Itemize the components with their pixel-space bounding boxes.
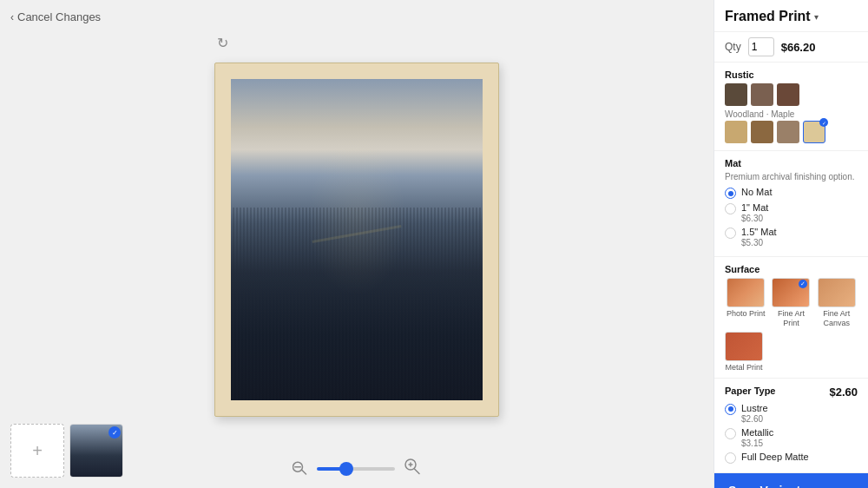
city-image <box>231 79 483 400</box>
radio-full-deep-matte <box>725 452 736 464</box>
image-frame-wrapper <box>214 35 499 444</box>
mat-1in-price: $6.30 <box>741 214 768 223</box>
cancel-label: Cancel Changes <box>17 10 101 23</box>
zoom-out-icon[interactable] <box>293 459 308 478</box>
mat-1in-label: 1" Mat <box>741 202 768 214</box>
surface-section: Surface Photo Print Fine Art Print Fine … <box>714 257 868 378</box>
fine-art-print-thumb <box>772 278 810 307</box>
surface-fine-art-canvas[interactable]: Fine Art Canvas <box>816 278 858 328</box>
surface-grid: Photo Print Fine Art Print Fine Art Canv… <box>725 278 858 328</box>
mat-option-1-5in[interactable]: 1.5" Mat $5.30 <box>725 227 858 247</box>
paper-lustre[interactable]: Lustre $2.60 <box>725 403 858 424</box>
surface-photo-print[interactable]: Photo Print <box>725 278 766 328</box>
save-variant-button[interactable]: Save Variant › <box>714 473 868 488</box>
surface-row-2: Metal Print <box>725 332 858 373</box>
qty-input[interactable] <box>748 37 774 56</box>
metal-print-thumb <box>725 332 763 361</box>
frame-outer <box>214 63 499 417</box>
zoom-in-icon[interactable] <box>404 458 421 479</box>
woodland-label: Woodland · Maple <box>725 109 858 119</box>
save-button-label: Save Variant <box>728 484 800 488</box>
photo-print-label: Photo Print <box>727 309 766 319</box>
selected-badge <box>108 426 121 439</box>
full-deep-matte-label: Full Deep Matte <box>741 452 809 463</box>
svg-line-2 <box>302 470 306 474</box>
rotate-icon[interactable]: ↻ <box>217 35 228 51</box>
mat-1-5in-price: $5.30 <box>741 238 777 247</box>
paper-type-title: Paper Type <box>725 386 776 396</box>
rustic-label: Rustic <box>725 69 858 80</box>
swatch-woodland-3[interactable] <box>777 121 799 143</box>
mat-title: Mat <box>725 158 858 168</box>
frame-section: Rustic Woodland · Maple <box>714 63 868 151</box>
save-chevron-icon: › <box>850 484 854 488</box>
no-mat-label: No Mat <box>741 187 772 198</box>
fine-art-print-label: Fine Art Print <box>770 309 812 328</box>
swatch-rustic-1[interactable] <box>725 83 747 106</box>
swatch-rustic-3[interactable] <box>777 83 799 106</box>
dropdown-icon[interactable]: ▾ <box>814 12 819 22</box>
radio-lustre <box>725 404 736 415</box>
qty-label: Qty <box>725 41 741 53</box>
price-display: $66.20 <box>781 41 816 54</box>
swatch-rustic-2[interactable] <box>751 83 773 106</box>
mat-section: Mat Premium archival finishing option. N… <box>714 151 868 257</box>
metallic-label: Metallic <box>741 427 773 439</box>
thumbnail-strip: + <box>10 424 123 478</box>
plus-icon: + <box>32 441 43 461</box>
selected-check <box>819 118 828 127</box>
metal-print-label: Metal Print <box>725 363 762 373</box>
lustre-label: Lustre <box>741 403 768 414</box>
highway-overlay <box>281 208 432 336</box>
cancel-button[interactable]: ‹ Cancel Changes <box>10 10 101 23</box>
mat-1-5in-label: 1.5" Mat <box>741 227 777 238</box>
title-bar: Framed Print ▾ <box>714 0 868 32</box>
svg-rect-0 <box>294 466 301 468</box>
paper-full-deep-matte[interactable]: Full Deep Matte <box>725 452 858 464</box>
mat-option-none[interactable]: No Mat <box>725 187 858 199</box>
metallic-price: $3.15 <box>741 439 773 448</box>
chevron-left-icon: ‹ <box>10 11 14 23</box>
add-image-button[interactable]: + <box>10 424 64 478</box>
swatch-woodland-maple[interactable] <box>803 121 825 143</box>
woodland-swatches <box>725 121 858 143</box>
qty-price-row: Qty $66.20 <box>714 32 868 63</box>
rustic-swatches <box>725 83 858 106</box>
fine-art-canvas-thumb <box>818 278 856 307</box>
paper-type-header: Paper Type $2.60 <box>725 386 858 399</box>
left-panel: ‹ Cancel Changes ↻ <box>0 0 713 488</box>
zoom-controls <box>293 458 421 479</box>
swatch-woodland-1[interactable] <box>725 121 747 143</box>
radio-no-mat <box>725 188 736 199</box>
fine-art-canvas-label: Fine Art Canvas <box>816 309 858 328</box>
frame-inner <box>231 79 483 400</box>
surface-metal-print[interactable]: Metal Print <box>725 332 763 373</box>
paper-type-price: $2.60 <box>829 386 858 399</box>
radio-1-5in-mat <box>725 228 736 239</box>
swatch-woodland-2[interactable] <box>751 121 773 143</box>
product-title: Framed Print <box>725 9 811 24</box>
photo-print-thumb <box>727 278 765 307</box>
svg-line-6 <box>415 469 420 474</box>
thumbnail-item[interactable] <box>69 424 123 478</box>
lustre-price: $2.60 <box>741 414 768 424</box>
right-panel: Framed Print ▾ Qty $66.20 Rustic Woodlan… <box>713 0 868 488</box>
mat-option-1in[interactable]: 1" Mat $6.30 <box>725 202 858 223</box>
zoom-slider[interactable] <box>317 467 395 471</box>
mat-subtitle: Premium archival finishing option. <box>725 172 858 181</box>
surface-fine-art-print[interactable]: Fine Art Print <box>770 278 812 328</box>
radio-metallic <box>725 428 736 439</box>
paper-metallic[interactable]: Metallic $3.15 <box>725 427 858 448</box>
radio-1in-mat <box>725 203 736 214</box>
paper-type-section: Paper Type $2.60 Lustre $2.60 Metallic $… <box>714 379 868 473</box>
surface-title: Surface <box>725 264 858 274</box>
